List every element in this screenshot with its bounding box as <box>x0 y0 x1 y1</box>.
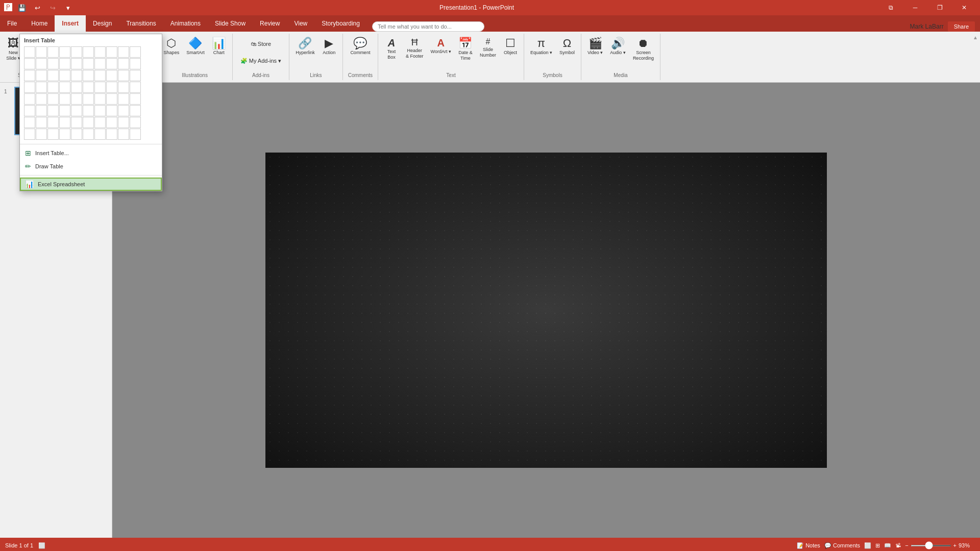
table-cell[interactable] <box>59 105 70 116</box>
save-button[interactable]: 💾 <box>15 1 29 14</box>
table-cell[interactable] <box>94 129 106 140</box>
table-cell[interactable] <box>106 82 117 93</box>
wordart-button[interactable]: A WordArt ▾ <box>428 36 454 70</box>
table-cell[interactable] <box>130 129 141 140</box>
table-cell[interactable] <box>36 70 47 81</box>
tell-me-input[interactable] <box>372 21 484 32</box>
table-cell[interactable] <box>83 93 94 105</box>
table-cell[interactable] <box>36 129 47 140</box>
table-cell[interactable] <box>47 93 59 105</box>
table-cell[interactable] <box>83 105 94 116</box>
table-cell[interactable] <box>71 58 82 69</box>
customize-qa-button[interactable]: ▾ <box>61 1 75 14</box>
zoom-slider[interactable] <box>911 545 951 546</box>
table-cell[interactable] <box>47 82 59 93</box>
symbol-button[interactable]: Ω Symbol <box>556 36 578 70</box>
object-button[interactable]: ☐ Object <box>500 36 521 70</box>
table-cell[interactable] <box>106 58 117 69</box>
collapse-ribbon[interactable]: ▲ <box>971 34 980 80</box>
table-cell[interactable] <box>24 82 35 93</box>
slide-number-button[interactable]: # SlideNumber <box>477 36 499 70</box>
table-cell[interactable] <box>106 117 117 128</box>
table-cell[interactable] <box>118 58 129 69</box>
hyperlink-button[interactable]: 🔗 Hyperlink <box>292 36 318 70</box>
table-cell[interactable] <box>47 46 59 58</box>
table-cell[interactable] <box>36 82 47 93</box>
reading-view-icon[interactable]: 📖 <box>884 542 891 549</box>
slide-canvas[interactable] <box>265 153 827 468</box>
minimize-button[interactable]: ─ <box>903 0 927 15</box>
table-cell[interactable] <box>47 58 59 69</box>
table-cell[interactable] <box>71 46 82 58</box>
table-cell[interactable] <box>59 58 70 69</box>
table-cell[interactable] <box>94 93 106 105</box>
tab-storyboarding[interactable]: Storyboarding <box>314 15 367 32</box>
excel-spreadsheet-item[interactable]: 📊 Excel Spreadsheet <box>20 178 162 191</box>
table-cell[interactable] <box>59 70 70 81</box>
table-cell[interactable] <box>71 129 82 140</box>
table-cell[interactable] <box>59 93 70 105</box>
table-cell[interactable] <box>71 105 82 116</box>
tab-view[interactable]: View <box>287 15 314 32</box>
table-cell[interactable] <box>24 70 35 81</box>
presenter-view-icon[interactable]: 📽 <box>895 542 901 548</box>
table-cell[interactable] <box>47 105 59 116</box>
undo-button[interactable]: ↩ <box>31 1 44 14</box>
table-cell[interactable] <box>130 82 141 93</box>
tab-file[interactable]: File <box>0 15 24 32</box>
equation-button[interactable]: π Equation ▾ <box>527 36 555 70</box>
store-button[interactable]: 🛍 Store <box>236 36 286 52</box>
video-button[interactable]: 🎬 Video ▾ <box>584 36 606 70</box>
insert-table-item[interactable]: ⊞ Insert Table... <box>20 146 162 160</box>
table-cell[interactable] <box>118 46 129 58</box>
comment-button[interactable]: 💬 Comment <box>347 36 373 70</box>
table-cell[interactable] <box>59 46 70 58</box>
slide-sorter-icon[interactable]: ⊞ <box>875 542 880 549</box>
zoom-out-icon[interactable]: − <box>905 542 908 548</box>
table-cell[interactable] <box>71 117 82 128</box>
tab-home[interactable]: Home <box>24 15 55 32</box>
table-cell[interactable] <box>94 70 106 81</box>
table-cell[interactable] <box>36 93 47 105</box>
table-cell[interactable] <box>118 82 129 93</box>
table-cell[interactable] <box>118 117 129 128</box>
table-cell[interactable] <box>130 46 141 58</box>
tab-animations[interactable]: Animations <box>163 15 208 32</box>
table-cell[interactable] <box>83 70 94 81</box>
table-cell[interactable] <box>94 58 106 69</box>
table-cell[interactable] <box>106 93 117 105</box>
table-cell[interactable] <box>94 82 106 93</box>
table-cell[interactable] <box>106 105 117 116</box>
table-cell[interactable] <box>130 93 141 105</box>
notes-button[interactable]: 📝 Notes <box>797 542 820 549</box>
table-cell[interactable] <box>24 93 35 105</box>
table-cell[interactable] <box>24 129 35 140</box>
redo-button[interactable]: ↪ <box>46 1 59 14</box>
close-button[interactable]: ✕ <box>952 0 976 15</box>
table-cell[interactable] <box>83 46 94 58</box>
table-cell[interactable] <box>118 70 129 81</box>
tab-insert[interactable]: Insert <box>55 15 86 32</box>
smartart-button[interactable]: 🔷 SmartArt <box>183 36 208 70</box>
tab-slideshow[interactable]: Slide Show <box>208 15 253 32</box>
table-cell[interactable] <box>83 129 94 140</box>
table-cell[interactable] <box>59 129 70 140</box>
date-time-button[interactable]: 📅 Date &Time <box>455 36 476 70</box>
tab-review[interactable]: Review <box>253 15 287 32</box>
table-cell[interactable] <box>71 82 82 93</box>
table-cell[interactable] <box>118 93 129 105</box>
table-cell[interactable] <box>118 105 129 116</box>
table-cell[interactable] <box>47 117 59 128</box>
chart-button[interactable]: 📊 Chart <box>209 36 229 70</box>
table-cell[interactable] <box>83 117 94 128</box>
tab-design[interactable]: Design <box>86 15 119 32</box>
table-cell[interactable] <box>71 70 82 81</box>
table-cell[interactable] <box>94 105 106 116</box>
table-cell[interactable] <box>130 117 141 128</box>
table-cell[interactable] <box>118 129 129 140</box>
table-cell[interactable] <box>130 70 141 81</box>
table-cell[interactable] <box>24 117 35 128</box>
my-addins-button[interactable]: 🧩 My Add-ins ▾ <box>236 53 286 69</box>
table-cell[interactable] <box>36 46 47 58</box>
table-cell[interactable] <box>24 105 35 116</box>
